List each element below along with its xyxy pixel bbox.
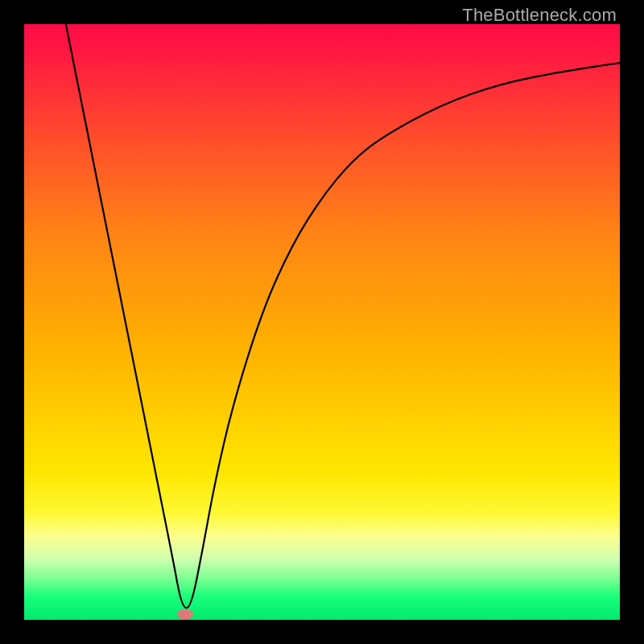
plot-area xyxy=(24,24,620,620)
vertex-marker xyxy=(177,609,193,619)
curve-svg xyxy=(24,24,620,620)
chart-frame: TheBottleneck.com xyxy=(0,0,644,644)
curve-path xyxy=(66,24,620,608)
watermark-text: TheBottleneck.com xyxy=(462,5,617,26)
